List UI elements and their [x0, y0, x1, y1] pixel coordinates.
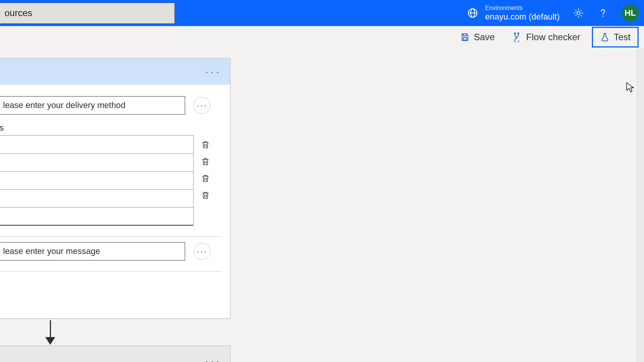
message-input[interactable] [0, 242, 185, 260]
flow-card-options[interactable]: ··· ··· s [0, 58, 230, 319]
field-menu-icon[interactable]: ··· [194, 243, 210, 260]
option-row[interactable] [0, 136, 193, 154]
search-text: ources [5, 8, 32, 18]
environment-name: enayu.com (default) [485, 12, 560, 21]
flow-canvas[interactable]: ··· ··· s [0, 48, 644, 362]
scrollbar-track[interactable] [637, 48, 644, 362]
card-menu-icon[interactable]: ··· [205, 66, 222, 77]
option-row[interactable] [0, 208, 193, 226]
delete-column [200, 135, 211, 201]
trash-icon[interactable] [200, 139, 211, 151]
options-label: s [0, 123, 220, 133]
test-label: Test [614, 32, 631, 43]
action-toolbar: Save Flow checker Test [0, 26, 644, 48]
gear-icon[interactable] [573, 7, 584, 19]
flow-checker-label: Flow checker [526, 32, 580, 43]
card-menu-icon[interactable]: ··· [205, 355, 222, 362]
environment-picker[interactable]: Environments enayu.com (default) [467, 5, 560, 21]
field-row-delivery: ··· [0, 96, 220, 115]
trash-icon[interactable] [200, 173, 211, 184]
search-input[interactable]: ources [0, 3, 175, 24]
option-row[interactable] [0, 190, 193, 208]
option-row[interactable] [0, 154, 193, 172]
field-menu-icon[interactable]: ··· [194, 97, 210, 114]
trash-icon[interactable] [200, 190, 211, 201]
flow-checker-button[interactable]: Flow checker [506, 28, 586, 46]
divider [0, 271, 222, 272]
delivery-method-input[interactable] [0, 96, 185, 115]
save-label: Save [474, 32, 495, 43]
card-header: ··· [0, 59, 230, 85]
avatar-initials: HL [624, 8, 636, 18]
flow-arrow-icon [45, 320, 55, 345]
save-button[interactable]: Save [454, 28, 501, 46]
svg-point-4 [603, 16, 604, 17]
top-bar: ources Environments enayu.com (default) [0, 0, 644, 26]
avatar[interactable]: HL [622, 5, 639, 21]
cursor-icon [626, 82, 636, 93]
card-header: ··· [0, 346, 230, 362]
svg-rect-5 [463, 38, 467, 40]
environment-label: Environments [485, 5, 560, 11]
options-list [0, 135, 194, 226]
field-row-message: ··· [0, 242, 220, 260]
flow-card-next[interactable]: ··· [0, 346, 230, 362]
divider [0, 236, 222, 237]
test-button[interactable]: Test [592, 27, 639, 48]
top-right-controls: Environments enayu.com (default) HL [467, 5, 639, 21]
globe-icon [467, 7, 478, 19]
svg-point-3 [577, 11, 580, 15]
card-body: ··· s [0, 85, 230, 288]
trash-icon[interactable] [200, 156, 211, 167]
option-row[interactable] [0, 172, 193, 190]
options-block [0, 135, 220, 226]
help-icon[interactable] [597, 7, 609, 19]
